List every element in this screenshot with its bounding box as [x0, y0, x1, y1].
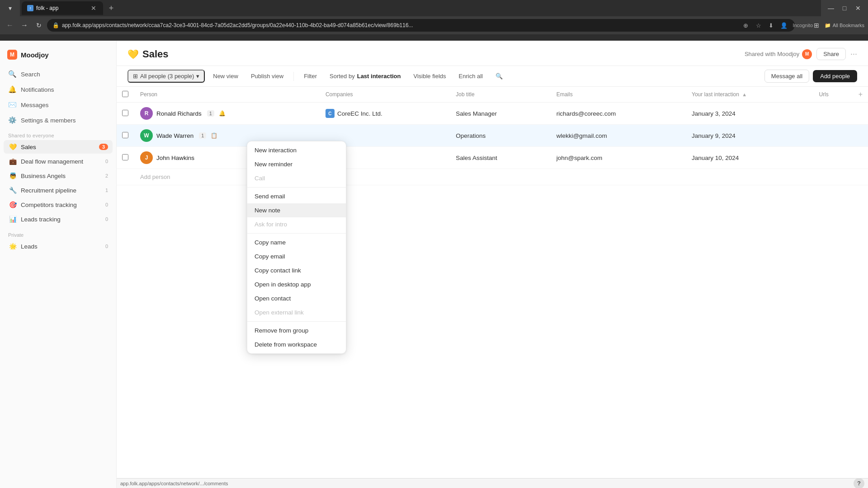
sidebar-item-settings[interactable]: ⚙️ Settings & members — [4, 113, 113, 127]
select-wade-checkbox[interactable] — [122, 132, 128, 138]
ctx-remove-from-group[interactable]: Remove from group — [247, 324, 346, 338]
context-menu: New interaction New reminder Call Send e… — [247, 141, 346, 354]
address-bar[interactable]: 🔒 app.folk.app/apps/contacts/network/cca… — [47, 19, 795, 32]
help-button[interactable]: ? — [854, 478, 864, 488]
message-all-button[interactable]: Message all — [764, 70, 809, 83]
ctx-send-email[interactable]: Send email — [247, 189, 346, 203]
sidebar-item-leads-tracking[interactable]: 📊 Leads tracking 0 — [4, 212, 113, 226]
row-checkbox-ronald — [117, 103, 135, 125]
tab-dropdown-btn[interactable]: ▾ — [4, 2, 16, 14]
new-tab-btn[interactable]: + — [105, 2, 118, 14]
logo-text: Moodjoy — [21, 51, 49, 59]
enrich-all-button[interactable]: Enrich all — [454, 70, 487, 82]
bookmark-icon[interactable]: ☆ — [753, 20, 764, 31]
deal-flow-count: 0 — [105, 159, 108, 164]
nav-bar: ← → ↻ 🔒 app.folk.app/apps/contacts/netwo… — [0, 16, 868, 34]
extensions-btn[interactable]: ⊞ — [810, 19, 823, 32]
leads-tracking-count: 0 — [105, 216, 108, 222]
plus-john — [853, 147, 868, 169]
back-btn[interactable]: ← — [4, 19, 16, 32]
note-icon-wade: 📋 — [211, 132, 217, 139]
tab-favicon: f — [27, 5, 33, 11]
companies-col-header: Companies — [320, 87, 450, 103]
tab-title: folk - app — [36, 5, 58, 11]
job-title-john: Sales Assistant — [450, 147, 551, 169]
window-controls: — □ ✕ — [825, 2, 864, 14]
tab-bar: f folk - app ✕ + — [20, 0, 821, 16]
job-title-ronald: Sales Manager — [450, 103, 551, 125]
maximize-btn[interactable]: □ — [838, 2, 851, 14]
ctx-open-contact[interactable]: Open contact — [247, 291, 346, 305]
refresh-btn[interactable]: ↻ — [33, 19, 45, 32]
ctx-open-desktop[interactable]: Open in desktop app — [247, 277, 346, 291]
select-john-checkbox[interactable] — [122, 154, 128, 160]
sidebar-item-leads[interactable]: 🌟 Leads 0 — [4, 239, 113, 253]
leads-label: Leads — [21, 243, 102, 250]
close-btn[interactable]: ✕ — [852, 2, 864, 14]
sidebar-item-recruitment[interactable]: 🔧 Recruitment pipeline 1 — [4, 183, 113, 197]
ctx-new-note[interactable]: New note — [247, 203, 346, 217]
new-view-button[interactable]: New view — [208, 70, 243, 82]
more-options-icon[interactable]: ··· — [850, 49, 857, 59]
all-people-button[interactable]: ⊞ All people (3 people) ▾ — [127, 70, 205, 83]
sidebar-item-deal-flow[interactable]: 💼 Deal flow management 0 — [4, 155, 113, 168]
sorted-by-field: Last interaction — [357, 73, 401, 80]
gear-icon: ⚙️ — [8, 116, 16, 124]
ctx-copy-email[interactable]: Copy email — [247, 249, 346, 263]
person-cell-ronald[interactable]: R Ronald Richards 1 🔔 — [135, 103, 320, 125]
visible-fields-button[interactable]: Visible fields — [409, 70, 450, 82]
leads-count: 0 — [105, 244, 108, 249]
minimize-btn[interactable]: — — [825, 2, 837, 14]
reminder-icon-ronald: 🔔 — [219, 110, 226, 117]
sidebar-item-sales[interactable]: 💛 Sales 3 — [4, 140, 113, 154]
ctx-send-email-label: Send email — [255, 193, 285, 200]
publish-view-button[interactable]: Publish view — [246, 70, 288, 82]
address-text: app.folk.app/apps/contacts/network/ccaa7… — [62, 22, 738, 28]
avatar-ronald: R — [140, 107, 153, 120]
sales-count: 3 — [99, 144, 108, 150]
select-all-checkbox[interactable] — [122, 91, 128, 97]
profile-icon[interactable]: 👤 — [778, 20, 789, 31]
sidebar-item-competitors[interactable]: 🎯 Competitors tracking 0 — [4, 198, 113, 211]
bookmarks-label: All Bookmarks — [833, 23, 864, 28]
filter-button[interactable]: Filter — [299, 70, 321, 82]
ctx-open-desktop-label: Open in desktop app — [255, 281, 311, 288]
add-person-cell[interactable]: Add person — [135, 169, 868, 185]
job-title-col-header: Job title — [450, 87, 551, 103]
cast-icon[interactable]: ⊕ — [741, 20, 751, 31]
shared-with-label: Shared with Moodjoy — [745, 51, 799, 57]
add-col-btn[interactable]: + — [853, 87, 868, 103]
sort-button[interactable]: Sorted by Last interaction — [325, 70, 405, 82]
forward-btn[interactable]: → — [18, 19, 31, 32]
add-person-label[interactable]: Add person — [140, 174, 170, 180]
leads-tracking-icon: 📊 — [8, 216, 17, 223]
search-button[interactable]: 🔍 — [491, 70, 507, 82]
table-row: W Wade Warren 1 📋 Operations wlekki@gmai… — [117, 125, 868, 147]
sidebar-settings-label: Settings & members — [21, 117, 76, 124]
ctx-delete-from-workspace[interactable]: Delete from workspace — [247, 338, 346, 352]
ctx-new-interaction[interactable]: New interaction — [247, 143, 346, 157]
active-tab[interactable]: f folk - app ✕ — [22, 1, 103, 15]
ctx-call: Call — [247, 171, 346, 185]
app-logo[interactable]: M Moodjoy — [4, 46, 113, 67]
share-button[interactable]: Share — [816, 48, 846, 60]
ctx-copy-contact-link[interactable]: Copy contact link — [247, 263, 346, 277]
sidebar-item-notifications[interactable]: 🔔 Notifications — [4, 82, 113, 97]
tab-close-btn[interactable]: ✕ — [90, 4, 98, 12]
urls-ronald — [813, 103, 853, 125]
select-ronald-checkbox[interactable] — [122, 110, 128, 116]
sidebar-item-messages[interactable]: ✉️ Messages — [4, 98, 113, 112]
sidebar-item-search[interactable]: 🔍 Search — [4, 67, 113, 81]
private-section-label: Private — [4, 227, 113, 239]
lock-icon: 🔒 — [52, 22, 59, 28]
shared-avatar: M — [802, 49, 812, 59]
person-badge-ronald: 1 — [207, 110, 214, 117]
last-interaction-wade: January 9, 2024 — [686, 125, 813, 147]
download-icon[interactable]: ⬇ — [766, 20, 777, 31]
add-people-button[interactable]: Add people — [813, 70, 857, 82]
sidebar-item-business-angels[interactable]: 👼 Business Angels 2 — [4, 169, 113, 183]
mail-icon: ✉️ — [8, 101, 16, 109]
ctx-copy-name[interactable]: Copy name — [247, 235, 346, 249]
ctx-new-reminder[interactable]: New reminder — [247, 157, 346, 171]
avatar-wade: W — [140, 129, 153, 142]
